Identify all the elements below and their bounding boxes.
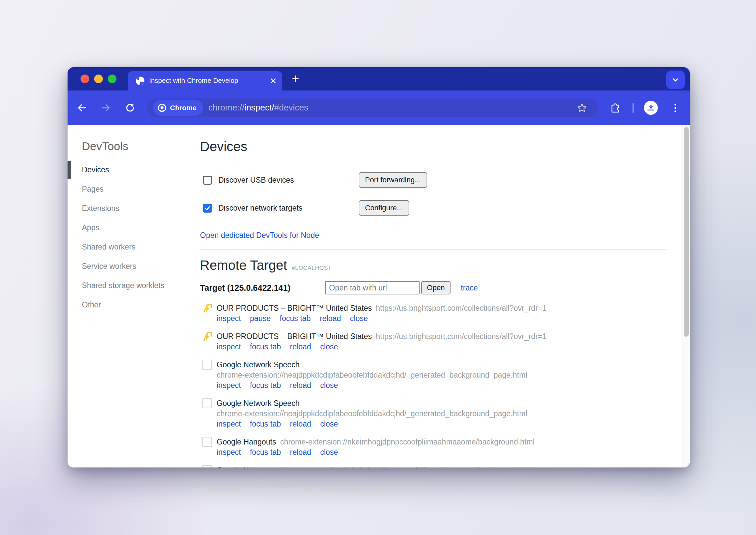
browser-tab[interactable]: Inspect with Chrome Develop <box>128 71 282 90</box>
forward-icon[interactable] <box>100 102 111 113</box>
sidebar-item-label: Pages <box>82 185 103 193</box>
target-action-close[interactable]: close <box>320 448 338 456</box>
url-text: chrome://inspect/#devices <box>208 98 308 117</box>
url-host: inspect/ <box>244 102 274 112</box>
discover-usb-label: Discover USB devices <box>218 176 294 185</box>
node-devtools-link[interactable]: Open dedicated DevTools for Node <box>200 231 319 240</box>
devtools-sidebar: DevTools DevicesPagesExtensionsAppsShare… <box>68 125 200 467</box>
scrollbar-thumb[interactable] <box>684 127 689 337</box>
avatar-label: urlbox <box>648 109 654 111</box>
sidebar-item-shared-storage-worklets[interactable]: Shared storage worklets <box>68 276 200 295</box>
sidebar-item-shared-workers[interactable]: Shared workers <box>68 237 200 257</box>
target-item: Google Hangoutschrome-extension://nkeimh… <box>200 437 666 457</box>
target-title: Google Hangouts <box>217 438 276 446</box>
target-item: Google Network Speechchrome-extension://… <box>200 360 666 391</box>
target-action-inspect[interactable]: inspect <box>217 420 241 428</box>
sidebar-list: DevicesPagesExtensionsAppsShared workers… <box>68 160 200 314</box>
target-url: https://us.brightsport.com/collections/a… <box>376 304 547 312</box>
target-action-close[interactable]: close <box>320 420 338 428</box>
target-version-row: Target (125.0.6422.141) Open trace <box>200 280 666 295</box>
target-action-focus-tab[interactable]: focus tab <box>250 342 281 351</box>
extensions-puzzle-icon[interactable] <box>610 102 621 113</box>
sidebar-item-other[interactable]: Other <box>68 295 200 314</box>
sidebar-item-pages[interactable]: Pages <box>68 179 200 199</box>
url-fragment: #devices <box>274 102 308 112</box>
target-action-inspect[interactable]: inspect <box>217 381 241 390</box>
target-action-close[interactable]: close <box>350 314 368 323</box>
discover-network-row: Discover network targets Configure... <box>200 200 666 216</box>
chevron-down-icon <box>672 76 679 84</box>
target-actions: inspectfocus tabreloadclose <box>217 447 535 457</box>
target-action-focus-tab[interactable]: focus tab <box>250 420 281 428</box>
open-button[interactable]: Open <box>421 281 451 294</box>
sidebar-item-devices[interactable]: Devices <box>68 160 200 179</box>
sidebar-item-extensions[interactable]: Extensions <box>68 199 200 218</box>
target-action-focus-tab[interactable]: focus tab <box>280 314 311 323</box>
globe-icon <box>135 76 145 86</box>
target-action-pause[interactable]: pause <box>250 314 271 323</box>
extension-placeholder-icon <box>202 398 213 409</box>
target-url: chrome-extension://neajdppkdcdipfabeoofe… <box>217 370 527 380</box>
zoom-window-button[interactable] <box>108 75 116 83</box>
back-icon[interactable] <box>77 102 87 113</box>
target-action-inspect[interactable]: inspect <box>217 314 241 323</box>
target-action-inspect[interactable]: inspect <box>217 342 241 351</box>
traffic-lights <box>81 75 116 83</box>
target-actions: inspectfocus tabreloadclose <box>217 419 527 429</box>
target-title: Google Hangouts <box>217 466 276 467</box>
target-item: OUR PRODUCTS – BRIGHT™ United Stateshttp… <box>200 303 666 324</box>
sidebar-item-apps[interactable]: Apps <box>68 218 200 237</box>
minimize-window-button[interactable] <box>94 75 103 83</box>
reload-icon[interactable] <box>125 102 135 113</box>
discover-network-checkbox[interactable] <box>203 204 212 213</box>
bookmark-star-icon[interactable] <box>577 103 587 113</box>
target-action-focus-tab[interactable]: focus tab <box>250 448 281 456</box>
tab-close-icon[interactable] <box>270 77 277 85</box>
new-tab-button[interactable]: + <box>287 71 304 87</box>
target-action-reload[interactable]: reload <box>290 420 311 428</box>
discover-usb-checkbox[interactable] <box>203 176 212 185</box>
target-action-reload[interactable]: reload <box>290 381 311 390</box>
target-url: chrome-extension://nkeimhogjdpnpccoofpli… <box>280 438 535 446</box>
page-title: Devices <box>200 138 666 154</box>
tab-search-chevron-button[interactable] <box>666 71 685 89</box>
target-action-reload[interactable]: reload <box>320 314 341 323</box>
localhost-badge: #LOCALHOST <box>292 265 332 271</box>
open-url-input[interactable] <box>325 281 420 294</box>
sidebar-item-label: Shared workers <box>82 243 135 251</box>
sidebar-item-label: Extensions <box>82 204 119 213</box>
scrollbar-track[interactable] <box>682 125 690 467</box>
toolbar-separator <box>633 103 634 113</box>
tab-title-fade <box>238 71 263 90</box>
sidebar-item-label: Service workers <box>82 262 136 270</box>
port-forwarding-button[interactable]: Port forwarding... <box>359 172 427 188</box>
target-action-close[interactable]: close <box>320 342 338 351</box>
target-action-focus-tab[interactable]: focus tab <box>250 381 281 390</box>
target-action-inspect[interactable]: inspect <box>217 448 241 456</box>
browser-menu-kebab-icon[interactable] <box>672 102 678 114</box>
sidebar-title: DevTools <box>82 140 200 153</box>
close-window-button[interactable] <box>81 75 89 83</box>
active-indicator <box>68 161 71 179</box>
target-actions: inspectpausefocus tabreloadclose <box>217 313 547 324</box>
target-actions: inspectfocus tabreloadclose <box>217 342 547 352</box>
desktop-background: { "window": { "tab": { "title": "Inspect… <box>0 0 756 535</box>
profile-avatar[interactable]: urlbox <box>644 101 658 115</box>
sidebar-item-label: Apps <box>82 223 99 232</box>
target-url: chrome-extension://nkeimhogjdpnpccoofpli… <box>280 466 535 467</box>
trace-link[interactable]: trace <box>461 283 478 292</box>
sidebar-item-label: Other <box>82 300 101 309</box>
target-action-reload[interactable]: reload <box>290 342 311 351</box>
tab-strip: Inspect with Chrome Develop + <box>68 67 690 90</box>
address-bar[interactable]: Chrome chrome://inspect/#devices <box>147 98 598 117</box>
sidebar-item-service-workers[interactable]: Service workers <box>68 257 200 276</box>
target-action-close[interactable]: close <box>320 381 338 390</box>
browser-window: Inspect with Chrome Develop + <box>68 67 690 467</box>
chrome-chip[interactable]: Chrome <box>153 100 203 116</box>
target-item: Google Hangoutschrome-extension://nkeimh… <box>200 465 666 467</box>
target-title: OUR PRODUCTS – BRIGHT™ United States <box>217 332 372 341</box>
bolt-icon <box>202 331 213 342</box>
configure-button[interactable]: Configure... <box>359 200 409 216</box>
devices-panel: Devices Discover USB devices Port forwar… <box>200 125 666 467</box>
target-action-reload[interactable]: reload <box>290 448 311 456</box>
